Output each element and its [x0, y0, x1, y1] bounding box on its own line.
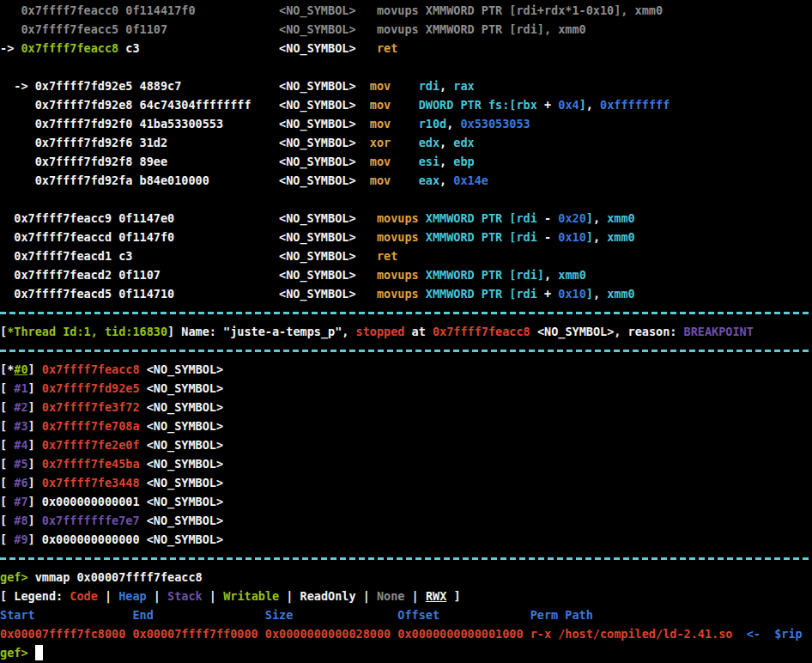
disasm-line-0x7ffff7feacc5: 0x7ffff7feacc5 0f1107 <NO_SYMBOL> movups… [0, 20, 812, 39]
disasm-line-0x7ffff7feacc0: 0x7ffff7feacc0 0f114417f0 <NO_SYMBOL> mo… [0, 1, 812, 20]
gdb-gef-terminal-window: 0x7ffff7feacc0 0f114417f0 <NO_SYMBOL> mo… [0, 0, 812, 663]
stop-reason: BREAKPOINT [684, 325, 754, 338]
frame-number: #4 [14, 438, 27, 452]
disasm-line-0x7ffff7fd92f0: 0x7ffff7fd92f0 41ba53300553 <NO_SYMBOL> … [0, 114, 812, 133]
vmmap-region: 0x00007ffff7fc8000 0x00007ffff7ff0000 0x… [0, 627, 732, 641]
legend-rwx: RWX [426, 589, 446, 603]
gef-prompt: gef> [0, 646, 28, 660]
disasm-line-0x7ffff7feacc9: 0x7ffff7feacc9 0f1147e0 <NO_SYMBOL> movu… [0, 209, 812, 228]
frame-address: 0x000000000000 [42, 532, 140, 546]
stack-frame-8: [ #8] 0x7fffffffe7e7 <NO_SYMBOL> [0, 511, 812, 530]
caller-instruction-arrow: -> [0, 79, 35, 93]
prompt-command-vmmap: gef> vmmap 0x00007ffff7feacc8 [0, 568, 812, 587]
disasm-line-current-0x7ffff7feacc8: -> 0x7ffff7feacc8 c3 <NO_SYMBOL> ret [0, 39, 812, 58]
frame-address: 0x7ffff7fe45ba [42, 457, 140, 471]
pane-separator [0, 341, 812, 360]
terminal-output: 0x7ffff7feacc0 0f114417f0 <NO_SYMBOL> mo… [0, 0, 812, 662]
thread-id: *Thread Id:1, tid:16830 [7, 325, 167, 338]
stack-frame-6: [ #6] 0x7ffff7fe3448 <NO_SYMBOL> [0, 473, 812, 492]
disasm-line-0x7ffff7fd92e8: 0x7ffff7fd92e8 64c74304ffffffff <NO_SYMB… [0, 95, 812, 114]
frame-number-selected: #0 [14, 362, 27, 376]
pane-separator [0, 303, 812, 322]
frame-address: 0x7ffff7fe3f72 [42, 400, 140, 414]
blank-line [0, 58, 812, 76]
stack-frame-4: [ #4] 0x7ffff7fe2e0f <NO_SYMBOL> [0, 435, 812, 454]
disasm-line-0x7ffff7feaccd: 0x7ffff7feaccd 0f1147f0 <NO_SYMBOL> movu… [0, 228, 812, 246]
legend-code: Code [70, 589, 98, 603]
thread-status-line: [*Thread Id:1, tid:16830] Name: "juste-a… [0, 322, 812, 341]
disasm-line-0x7ffff7feacd5: 0x7ffff7feacd5 0f114710 <NO_SYMBOL> movu… [0, 284, 812, 303]
disasm-line-0x7ffff7fd92fa: 0x7ffff7fd92fa b84e010000 <NO_SYMBOL> mo… [0, 171, 812, 190]
stack-frame-7: [ #7] 0x000000000001 <NO_SYMBOL> [0, 492, 812, 511]
disasm-line-0x7ffff7feacd1: 0x7ffff7feacd1 c3 <NO_SYMBOL> ret [0, 246, 812, 265]
frame-address: 0x7ffff7fe2e0f [42, 438, 140, 452]
current-instruction-address: 0x7ffff7feacc8 [21, 41, 118, 55]
stack-frame-9: [ #9] 0x000000000000 <NO_SYMBOL> [0, 530, 812, 549]
gef-prompt: gef> [0, 570, 28, 584]
thread-state: stopped [356, 325, 405, 338]
legend-stack: Stack [167, 589, 203, 603]
thread-name: ] Name: "juste-a-temps_p", [167, 325, 355, 338]
disasm-line-0x7ffff7feacd2: 0x7ffff7feacd2 0f1107 <NO_SYMBOL> movups… [0, 265, 812, 284]
frame-number: #6 [14, 476, 27, 490]
frame-number: #2 [14, 400, 27, 414]
legend-readonly: ReadOnly [300, 589, 356, 603]
separator-dashes [0, 312, 812, 314]
rip-pointer-annotation: <- $rip [732, 627, 802, 641]
stop-address: 0x7ffff7feacc8 [433, 325, 530, 338]
frame-number: #3 [14, 419, 27, 433]
frame-address: 0x7ffff7fe3448 [42, 476, 140, 490]
pane-separator [0, 549, 812, 568]
frame-address: 0x7ffff7feacc8 [42, 362, 140, 376]
frame-address: 0x000000000001 [42, 495, 140, 508]
legend-none: None [377, 589, 405, 603]
disasm-line-0x7ffff7fd92f6: 0x7ffff7fd92f6 31d2 <NO_SYMBOL> xor edx,… [0, 133, 812, 152]
disasm-line-0x7ffff7fd92f8: 0x7ffff7fd92f8 89ee <NO_SYMBOL> mov esi,… [0, 152, 812, 171]
legend-writable: Writable [223, 589, 279, 603]
prompt-input-line[interactable]: gef> [0, 643, 812, 662]
vmmap-legend: [ Legend: Code | Heap | Stack | Writable… [0, 587, 812, 605]
disasm-line-0x7ffff7fd92e5: -> 0x7ffff7fd92e5 4889c7 <NO_SYMBOL> mov… [0, 76, 812, 95]
frame-address: 0x7ffff7fd92e5 [42, 381, 140, 395]
legend-heap: Heap [118, 589, 147, 603]
stack-frame-5: [ #5] 0x7ffff7fe45ba <NO_SYMBOL> [0, 454, 812, 473]
frame-number: #1 [14, 381, 27, 395]
stack-frame-1: [ #1] 0x7ffff7fd92e5 <NO_SYMBOL> [0, 379, 812, 398]
frame-address: 0x7fffffffe7e7 [42, 514, 140, 527]
frame-number: #9 [14, 532, 27, 546]
separator-dashes [0, 350, 812, 352]
blank-line [0, 190, 812, 209]
vmmap-table-header: Start End Size Offset Perm Path [0, 605, 812, 624]
stack-frame-3: [ #3] 0x7ffff7fe708a <NO_SYMBOL> [0, 417, 812, 435]
terminal-cursor[interactable] [35, 645, 43, 660]
current-instruction-arrow: -> [0, 41, 21, 55]
frame-number: #7 [14, 495, 27, 508]
separator-dashes [0, 557, 812, 560]
frame-address: 0x7ffff7fe708a [42, 419, 140, 433]
command-text: vmmap 0x00007ffff7feacc8 [28, 570, 203, 584]
stack-frame-0: [*#0] 0x7ffff7feacc8 <NO_SYMBOL> [0, 360, 812, 379]
frame-number: #5 [14, 457, 27, 471]
stack-frame-2: [ #2] 0x7ffff7fe3f72 <NO_SYMBOL> [0, 398, 812, 417]
vmmap-table-row: 0x00007ffff7fc8000 0x00007ffff7ff0000 0x… [0, 624, 812, 643]
frame-number: #8 [14, 514, 27, 527]
